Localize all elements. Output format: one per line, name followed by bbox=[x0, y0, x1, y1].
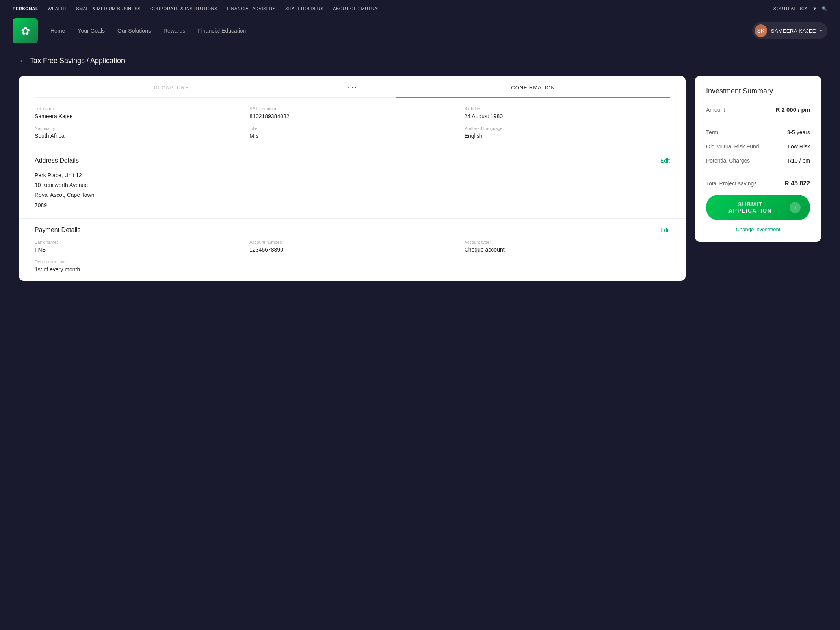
submit-label: SUBMIT APPLICATION bbox=[715, 201, 785, 214]
nav-rewards[interactable]: Rewards bbox=[164, 28, 185, 34]
summary-amount-row: Amount R 2 000 / pm bbox=[706, 106, 810, 113]
bank-name-label: Bank name: bbox=[35, 240, 240, 245]
summary-charges-row: Potential Charges R10 / pm bbox=[706, 158, 810, 164]
breadcrumb-text: Tax Free Savings / Application bbox=[30, 57, 125, 65]
top-nav-smb[interactable]: Small & Medium Business bbox=[76, 6, 141, 11]
language-value: English bbox=[465, 133, 483, 139]
address-line-1: Perk Place, Unit 12 bbox=[35, 170, 670, 180]
address-section-title: Address Details bbox=[35, 157, 79, 164]
main-navigation: Home Your Goals Our Solutions Rewards Fi… bbox=[50, 28, 752, 34]
avatar-initials: SK bbox=[757, 28, 765, 34]
nationality-value: South African bbox=[35, 133, 67, 139]
nationality-label: Nationality: bbox=[35, 126, 240, 131]
payment-grid: Bank name: FNB Account number: 123456788… bbox=[35, 240, 670, 253]
language-label: Preffered Language: bbox=[465, 126, 670, 131]
top-nav-corporate[interactable]: Corporate & Institutions bbox=[150, 6, 217, 11]
nav-financial-education[interactable]: Financial Education bbox=[198, 28, 246, 34]
account-number-value: 12345678890 bbox=[249, 246, 283, 253]
logo-icon: ✿ bbox=[21, 24, 30, 37]
user-profile-badge[interactable]: SK SAMEERA KAJEE ▾ bbox=[752, 22, 827, 39]
content-layout: ID CAPTURE · · · Confirmation Full name:… bbox=[19, 76, 821, 281]
address-section-header: Address Details Edit bbox=[35, 157, 670, 164]
summary-divider-1 bbox=[706, 121, 810, 121]
summary-fund-value: Low Risk bbox=[788, 143, 810, 150]
title-field: Title: Mrs bbox=[249, 126, 455, 139]
nav-home[interactable]: Home bbox=[50, 28, 65, 34]
debit-order-field: Debit order date: 1st of every month bbox=[35, 259, 670, 273]
company-logo[interactable]: ✿ bbox=[13, 18, 38, 43]
summary-charges-value: R10 / pm bbox=[788, 158, 810, 164]
birthday-field: Birthday: 24 August 1980 bbox=[465, 106, 670, 120]
address-line-2: 10 Kenilworth Avenue bbox=[35, 180, 670, 190]
address-edit-button[interactable]: Edit bbox=[660, 158, 670, 164]
address-line-3: Royal Ascot, Cape Town bbox=[35, 190, 670, 200]
nav-your-goals[interactable]: Your Goals bbox=[78, 28, 105, 34]
top-nav-wealth[interactable]: Wealth bbox=[48, 6, 67, 11]
tab-confirmation[interactable]: Confirmation bbox=[396, 85, 670, 98]
personal-info-section: Full name: Sameera Kajee SA ID number: 8… bbox=[19, 98, 686, 149]
summary-title: Investment Summary bbox=[706, 87, 810, 95]
search-icon[interactable]: 🔍 bbox=[822, 6, 828, 11]
top-navigation: Personal Wealth Small & Medium Business … bbox=[0, 0, 840, 17]
summary-charges-label: Potential Charges bbox=[706, 158, 750, 164]
full-name-field: Full name: Sameera Kajee bbox=[35, 106, 240, 120]
summary-divider-2 bbox=[706, 172, 810, 172]
address-content: Perk Place, Unit 12 10 Kenilworth Avenue… bbox=[35, 170, 670, 210]
user-menu-chevron-icon: ▾ bbox=[820, 29, 822, 33]
summary-total-label: Total Project savings bbox=[706, 180, 756, 187]
full-name-label: Full name: bbox=[35, 106, 240, 111]
language-field: Preffered Language: English bbox=[465, 126, 670, 139]
tab-id-capture[interactable]: ID CAPTURE bbox=[35, 85, 308, 98]
payment-section: Payment Details Edit Bank name: FNB Acco… bbox=[19, 219, 686, 281]
main-header: ✿ Home Your Goals Our Solutions Rewards … bbox=[0, 17, 840, 44]
account-number-field: Account number: 12345678890 bbox=[249, 240, 455, 253]
avatar: SK bbox=[755, 24, 767, 37]
address-line-4: 7089 bbox=[35, 200, 670, 210]
region-selector[interactable]: South Africa bbox=[773, 6, 808, 11]
top-nav-right: South Africa ▼ 🔍 bbox=[773, 6, 827, 11]
tab-connector: · · · bbox=[308, 84, 396, 98]
bank-name-value: FNB bbox=[35, 246, 46, 253]
debit-order-section: Debit order date: 1st of every month bbox=[35, 259, 670, 273]
account-number-label: Account number: bbox=[249, 240, 455, 245]
top-nav-links: Personal Wealth Small & Medium Business … bbox=[13, 6, 380, 11]
top-nav-personal[interactable]: Personal bbox=[13, 6, 38, 11]
summary-term-row: Term 3-5 years bbox=[706, 129, 810, 135]
region-chevron-icon: ▼ bbox=[812, 6, 817, 11]
summary-fund-label: Old Mutual Risk Fund bbox=[706, 143, 759, 150]
account-type-label: Account type: bbox=[465, 240, 670, 245]
main-form-card: ID CAPTURE · · · Confirmation Full name:… bbox=[19, 76, 686, 281]
debit-order-label: Debit order date: bbox=[35, 259, 670, 264]
submit-arrow-icon: → bbox=[790, 202, 801, 213]
submit-application-button[interactable]: SUBMIT APPLICATION → bbox=[706, 195, 810, 220]
full-name-value: Sameera Kajee bbox=[35, 113, 73, 119]
summary-total-value: R 45 822 bbox=[784, 180, 810, 187]
back-button[interactable]: ← bbox=[19, 57, 26, 65]
dots-icon: · · · bbox=[348, 84, 357, 91]
summary-amount-label: Amount bbox=[706, 107, 725, 113]
summary-term-value: 3-5 years bbox=[787, 129, 810, 135]
birthday-label: Birthday: bbox=[465, 106, 670, 111]
debit-order-value: 1st of every month bbox=[35, 266, 80, 272]
change-investment-link[interactable]: Change Investment bbox=[706, 226, 810, 232]
breadcrumb: ← Tax Free Savings / Application bbox=[19, 57, 821, 65]
account-type-field: Account type: Cheque account bbox=[465, 240, 670, 253]
summary-amount-value: R 2 000 / pm bbox=[775, 106, 810, 113]
top-nav-shareholders[interactable]: Shareholders bbox=[285, 6, 323, 11]
investment-summary-card: Investment Summary Amount R 2 000 / pm T… bbox=[695, 76, 821, 242]
title-label: Title: bbox=[249, 126, 455, 131]
bank-name-field: Bank name: FNB bbox=[35, 240, 240, 253]
payment-section-title: Payment Details bbox=[35, 226, 81, 233]
id-number-label: SA ID number: bbox=[249, 106, 455, 111]
page-body: ← Tax Free Savings / Application ID CAPT… bbox=[0, 44, 840, 630]
nationality-field: Nationality: South African bbox=[35, 126, 240, 139]
top-nav-advisers[interactable]: Financial Advisers bbox=[227, 6, 276, 11]
summary-total-row: Total Project savings R 45 822 bbox=[706, 180, 810, 187]
address-section: Address Details Edit Perk Place, Unit 12… bbox=[19, 149, 686, 219]
payment-edit-button[interactable]: Edit bbox=[660, 227, 670, 233]
title-value: Mrs bbox=[249, 133, 258, 139]
nav-our-solutions[interactable]: Our Solutions bbox=[117, 28, 151, 34]
user-name: SAMEERA KAJEE bbox=[771, 28, 816, 34]
payment-section-header: Payment Details Edit bbox=[35, 226, 670, 233]
top-nav-about[interactable]: About Old Mutual bbox=[333, 6, 380, 11]
